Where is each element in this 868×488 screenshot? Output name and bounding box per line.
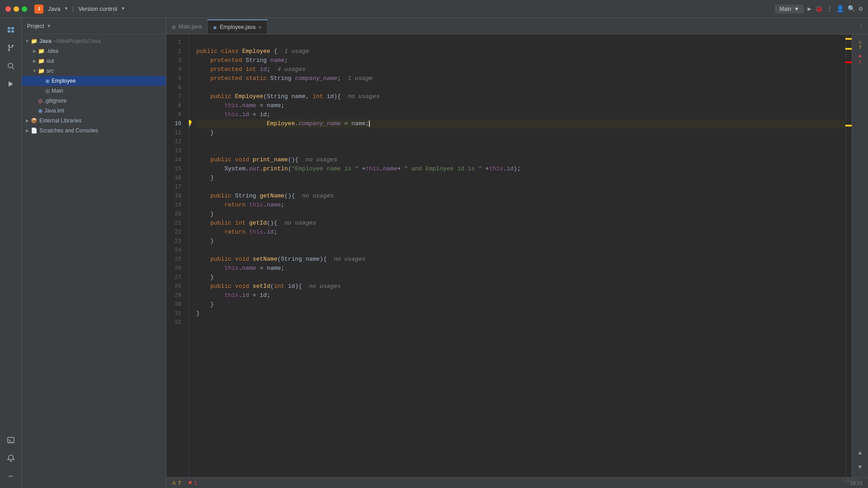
tree-item-main[interactable]: ◎ Main [22,86,166,96]
out-folder-icon: 📁 [38,58,45,64]
sidebar-item-more[interactable]: ⋯ [3,468,19,484]
search-button[interactable]: 🔍 [848,5,855,13]
sidebar-item-terminal[interactable] [3,432,19,448]
svg-point-5 [8,49,10,51]
expand-out-icon: ▶ [31,59,38,63]
line-5: 5 [166,74,185,83]
iml-icon: ◉ [38,108,42,114]
sidebar-item-notifications[interactable] [3,450,19,466]
status-warnings[interactable]: ⚠ 7 [172,480,181,486]
code-line-19: return this.name; [196,201,845,210]
tree-item-idea[interactable]: ▶ 📁 .idea [22,46,166,56]
main-layout: ⋯ Project ▼ ▼ 📁 Java ~/IdeaProjects/Java… [0,18,868,488]
svg-point-7 [8,63,13,68]
line-29: 29 [166,291,185,300]
code-area[interactable]: public class Employee { 1 usage protecte… [189,34,845,477]
line-31: 31 [166,309,185,318]
scratches-expand-icon: ▶ [24,128,31,133]
employee-java-icon: ◉ [45,78,50,84]
main-java-icon: ◎ [45,88,50,94]
project-panel: Project ▼ ▼ 📁 Java ~/IdeaProjects/Java ▶… [22,18,166,488]
status-errors[interactable]: ✖ 1 [188,480,197,486]
code-line-24 [196,246,845,255]
version-control-label[interactable]: Version control [78,5,117,12]
code-line-10: 💡 Employee.company_name = name; [196,119,845,128]
tree-item-javaiml[interactable]: ◉ Java.iml [22,106,166,116]
line-18: 18 [166,192,185,201]
tab-close-button[interactable]: ✕ [258,25,262,30]
right-sidebar-errors[interactable]: ✖ 1 [854,52,867,65]
code-line-6 [196,83,845,92]
sidebar-item-run[interactable] [3,76,19,92]
branch-selector[interactable]: Main ▼ [775,5,804,14]
sidebar-item-project[interactable] [3,22,19,38]
line-8: 8 [166,101,185,110]
line-9: 9 [166,110,185,119]
traffic-lights [5,6,27,12]
code-line-21: public int getId(){ no usages [196,219,845,228]
scroll-down-button[interactable]: ▼ [854,461,867,474]
expand-src-icon: ▼ [31,69,38,73]
minimize-button[interactable] [14,6,19,12]
status-warning-count: 7 [178,480,181,486]
src-label: src [47,68,54,74]
line-23: 23 [166,237,185,246]
code-line-28: public void setId(int id){ no usages [196,282,845,291]
tree-item-java-root[interactable]: ▼ 📁 Java ~/IdeaProjects/Java [22,36,166,46]
employee-label: Employee [52,78,75,84]
project-chevron-icon: ▼ [47,23,51,28]
line-1: 1 [166,38,185,47]
debug-button[interactable]: 🐞 [815,5,823,13]
line-21: 21 [166,219,185,228]
maximize-button[interactable] [22,6,27,12]
scroll-up-button[interactable]: ▲ [854,446,867,459]
code-line-15: System.out.println("Employee name is " +… [196,164,845,174]
run-button[interactable]: ▶ [807,5,811,13]
left-icon-bar: ⋯ [0,18,22,488]
account-button[interactable]: 👤 [836,5,844,13]
tab-employee-java[interactable]: ◉ Employee.java ✕ [208,19,268,34]
more-options-button[interactable]: ⋮ [826,5,833,13]
ext-libs-label: External Libraries [39,117,81,124]
tree-item-src[interactable]: ▼ 📁 src [22,66,166,76]
editor-content: 1 2 3 4 5 6 7 8 9 10 11 12 13 14 15 16 1… [166,34,868,477]
svg-line-8 [12,67,14,69]
line-28: 28 [166,282,185,291]
code-line-7: public Employee(String name, int id){ no… [196,92,845,101]
line-15: 15 [166,164,185,174]
right-sidebar-warnings[interactable]: ⚠ 7 [854,38,867,51]
ext-libs-expand-icon: ▶ [24,118,31,123]
tab-main-java[interactable]: ◎ Main.java [166,19,208,34]
line-20: 20 [166,210,185,219]
close-button[interactable] [5,6,11,12]
code-line-20: } [196,210,845,219]
code-line-27: } [196,273,845,282]
svg-rect-3 [11,30,14,33]
line-2: 2 [166,47,185,56]
code-line-25: public void setName(String name){ no usa… [196,255,845,264]
error-icon: ✖ [859,53,862,59]
line-13: 13 [166,146,185,155]
ext-libs-icon: 📦 [31,117,38,124]
tree-item-scratches[interactable]: ▶ 📄 Scratches and Consoles [22,126,166,136]
tab-menu-button[interactable]: ⋮ [854,22,868,30]
tree-item-out[interactable]: ▶ 📁 out [22,56,166,66]
branch-chevron-icon: ▼ [794,6,799,12]
branch-name: Main [779,6,791,12]
app-name[interactable]: Java [48,5,60,12]
settings-button[interactable]: ⚙ [859,5,863,13]
line-4: 4 [166,65,185,74]
project-tree: ▼ 📁 Java ~/IdeaProjects/Java ▶ 📁 .idea ▶… [22,34,166,488]
code-line-32 [196,318,845,327]
tree-item-employee[interactable]: ◉ Employee [22,76,166,86]
tree-item-ext-libs[interactable]: ▶ 📦 External Libraries [22,116,166,126]
project-title: Project [27,23,44,29]
sidebar-item-vcs[interactable] [3,40,19,56]
tree-item-gitignore[interactable]: ◎ .gitignore [22,96,166,106]
line-16: 16 [166,174,185,183]
line-14: 14 [166,155,185,164]
code-line-5: protected static String company_name; 1 … [196,74,845,83]
main-label: Main [52,88,63,94]
sidebar-item-search[interactable] [3,58,19,74]
warning-icon: ⚠ [859,39,862,45]
